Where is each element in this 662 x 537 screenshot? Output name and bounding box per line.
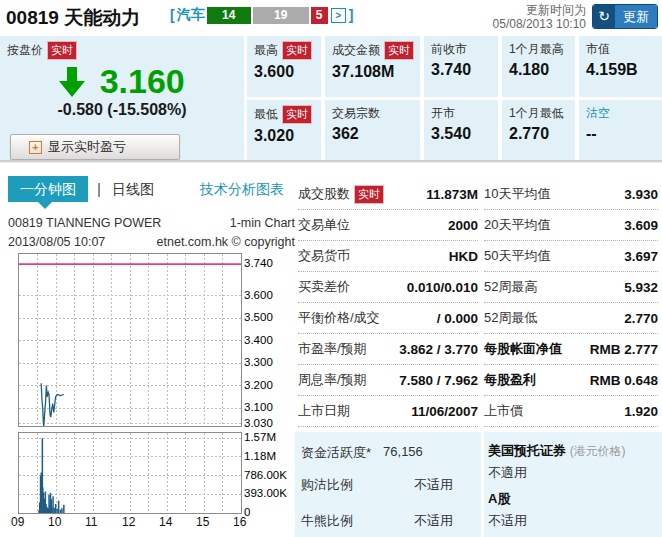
realtime-badge: 实时 (384, 41, 414, 60)
realtime-badge: 实时 (354, 185, 384, 204)
cell-value: 2.770 (502, 122, 575, 143)
info-column-left: 成交股数 实时 11.873M 交易单位 2000 交易货币 HKD 买卖差价 … (298, 179, 478, 427)
quote-cell-low: 最低 实时 3.020 (247, 100, 321, 160)
info-value: 2.770 (624, 311, 658, 326)
time-tick-label: 11 (85, 515, 97, 529)
cell-label: 最高 (254, 42, 278, 59)
info-label: 20天平均值 (484, 216, 550, 234)
info-value: RMB 2.777 (590, 342, 658, 357)
axis-tick-label: 3.600 (244, 289, 273, 301)
time-tick-label: 15 (196, 515, 209, 529)
adr-value: 不適用 (484, 460, 662, 482)
divider (0, 160, 662, 163)
stock-quote-page: 00819 天能动力 [ 汽车 14 19 5 > ] 更新时间为 05/08/… (0, 0, 662, 537)
adr-label: 美国预托证券 (488, 443, 566, 458)
realtime-badge: 实时 (282, 105, 312, 124)
quote-cell-market-cap: 市值 4.159B (579, 36, 662, 97)
info-label: 52周最低 (484, 309, 537, 327)
info-label: 交易单位 (298, 216, 350, 234)
tab-daily-chart[interactable]: 日线图 (112, 181, 154, 199)
tab-separator: | (97, 180, 101, 197)
last-price: 3.160 (100, 62, 185, 100)
info-row: 52周最高 5.932 (484, 272, 658, 303)
info-row: 10天平均值 3.930 (484, 179, 658, 210)
cell-label: 前收市 (431, 41, 467, 58)
axis-tick-label: 3.500 (244, 311, 273, 323)
quote-cell-open: 开市 3.540 (424, 100, 498, 160)
cell-value: 3.540 (424, 122, 498, 143)
bull-bear-value: 不适用 (414, 512, 453, 530)
info-value: 7.580 / 7.962 (399, 373, 478, 388)
info-label: 交易货币 (298, 247, 350, 265)
info-label: 成交股数 (298, 185, 350, 203)
price-row: 3.160 (0, 62, 244, 101)
info-row: 周息率/预期 7.580 / 7.962 (298, 365, 478, 396)
short-selling-link[interactable]: 沽空 (586, 105, 610, 122)
activity-label: 资金活跃度* (301, 444, 371, 462)
cell-label: 1个月最低 (509, 105, 564, 122)
chart-datetime: 2013/08/05 10:07 (8, 235, 105, 249)
sector-label[interactable]: 汽车 (177, 6, 205, 24)
page-title: 00819 天能动力 (6, 5, 140, 31)
chart-type: 1-min Chart (150, 216, 295, 230)
info-row: 买卖差价 0.010/0.010 (298, 272, 478, 303)
axis-tick-label: 1.18M (244, 450, 276, 462)
chart-source: etnet.com.hk © copyright (108, 235, 295, 249)
info-value: 1.920 (624, 404, 658, 419)
down-arrow-icon (59, 67, 85, 97)
plus-box-icon: + (29, 141, 42, 154)
sector-bar: [ 汽车 14 19 5 > ] (170, 6, 353, 24)
info-column-right: 10天平均值 3.930 20天平均值 3.609 50天平均值 3.697 5… (484, 179, 658, 427)
refresh-button-label: 更新 (615, 5, 657, 28)
info-value: 2000 (448, 218, 478, 233)
refresh-button[interactable]: ↻ 更新 (592, 4, 658, 29)
price-change: -0.580 (-15.508%) (0, 101, 244, 119)
quote-cell-turnover: 成交金额 实时 37.108M (325, 36, 420, 97)
cell-label: 1个月最高 (509, 41, 564, 58)
info-value: 3.862 / 3.770 (399, 342, 478, 357)
volume-chart (18, 432, 242, 514)
info-row: 每股盈利 RMB 0.648 (484, 365, 658, 396)
time-tick-label: 09 (11, 515, 24, 529)
axis-tick-label: 3.030 (244, 417, 273, 429)
info-label: 上市價 (484, 402, 523, 420)
info-value: RMB 0.648 (590, 373, 658, 388)
chart-title: 00819 TIANNENG POWER (8, 216, 161, 230)
info-row: 交易货币 HKD (298, 241, 478, 272)
info-label: 10天平均值 (484, 185, 550, 203)
tech-analysis-link[interactable]: 技术分析图表 (200, 181, 284, 199)
info-value: 11/06/2007 (411, 404, 478, 419)
sector-detail-arrow-icon[interactable]: > (331, 8, 346, 23)
adr-panel: 美国预托证券 (港元价格) 不適用 A股 不适用 (484, 432, 662, 537)
update-time-value: 05/08/2013 10:10 (426, 17, 586, 31)
cell-label: 开市 (431, 105, 455, 122)
info-row: 50天平均值 3.697 (484, 241, 658, 272)
cell-label: 最低 (254, 106, 278, 123)
info-value: 11.873M (426, 187, 478, 202)
sector-bracket-close: ] (349, 7, 354, 23)
quote-cell-prev-close: 前收市 3.740 (424, 36, 498, 97)
info-row: 市盈率/预期 3.862 / 3.770 (298, 334, 478, 365)
show-pnl-button[interactable]: + 显示实时盈亏 (10, 134, 180, 160)
tab-minute-chart[interactable]: 一分钟图 (8, 176, 88, 202)
time-tick-label: 14 (159, 515, 172, 529)
info-row: 上市價 1.920 (484, 396, 658, 427)
call-put-value: 不适用 (414, 476, 453, 494)
stock-name: 天能动力 (64, 7, 140, 28)
info-value: 5.932 (624, 280, 658, 295)
sector-bracket-open: [ (170, 7, 175, 23)
info-label: 周息率/预期 (298, 371, 367, 389)
cell-value: -- (579, 122, 662, 143)
price-axis-labels: 3.7403.6003.5003.4003.3003.2003.1003.030 (244, 253, 290, 425)
price-label: 按盘价 (7, 42, 43, 59)
cell-value: 4.180 (502, 58, 575, 79)
activity-row: 资金活跃度* 76,156 (295, 432, 481, 462)
quote-cell-month-low: 1个月最低 2.770 (502, 100, 575, 160)
cell-value: 37.108M (325, 60, 420, 81)
info-label: 市盈率/预期 (298, 340, 367, 358)
quote-cell-trades: 交易宗数 362 (325, 100, 420, 160)
tab-pointer (38, 202, 52, 209)
update-time-label: 更新时间为 (426, 3, 586, 17)
money-activity-panel: 资金活跃度* 76,156 购沽比例 不适用 牛熊比例 不适用 (295, 432, 481, 537)
axis-tick-label: 3.200 (244, 379, 273, 391)
